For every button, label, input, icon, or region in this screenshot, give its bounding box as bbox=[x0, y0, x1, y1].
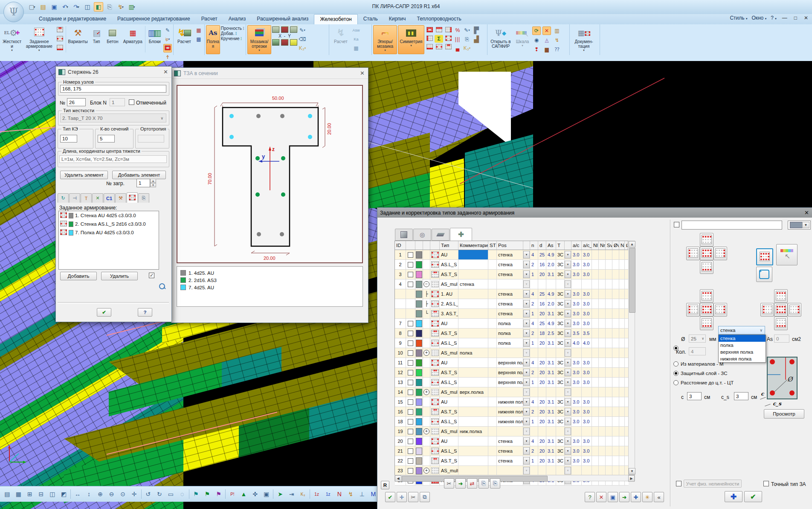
row-checkbox[interactable] bbox=[408, 390, 413, 395]
assigned-reinforcement-button[interactable]: Заданное армирование▾ bbox=[23, 25, 55, 54]
pos-dropdown-icon[interactable]: ▾ bbox=[523, 310, 530, 317]
t-dropdown-icon[interactable]: ▾ bbox=[565, 418, 571, 425]
types-dialog-close-icon[interactable]: ✕ bbox=[804, 209, 809, 216]
view-toolbar-icon[interactable]: ↻ bbox=[154, 489, 165, 500]
view-toolbar-icon[interactable]: 1z bbox=[322, 489, 334, 500]
reinforcement-list-item[interactable]: 7. Полка AU 4d25 с3.0/3.0 bbox=[59, 228, 159, 237]
blocks-button[interactable]: ▥▥ Блоки bbox=[147, 25, 162, 54]
view-toolbar-icon[interactable]: N bbox=[334, 489, 345, 500]
table-row[interactable]: 2AS.L_Sстенка▾2162.03С▾3.03.0 bbox=[395, 260, 629, 270]
position-option[interactable]: нижняя полка bbox=[719, 355, 766, 362]
save-button[interactable]: ▣ bbox=[608, 492, 618, 502]
beam-top-icon[interactable]: ▛ bbox=[472, 26, 481, 35]
view-toolbar-icon[interactable]: ⚑ bbox=[202, 489, 213, 500]
row-checkbox[interactable] bbox=[408, 448, 413, 454]
app-logo-icon[interactable]: Ψ bbox=[3, 2, 24, 22]
calc-grid-icon[interactable]: ▦ bbox=[194, 26, 203, 35]
hatch-icon[interactable]: ||| bbox=[453, 35, 462, 44]
t-dropdown-icon[interactable]: ▾ bbox=[565, 290, 571, 298]
orthotropy-input[interactable] bbox=[138, 135, 164, 143]
cell-pos[interactable]: стенка bbox=[497, 436, 523, 446]
table-header-cell[interactable] bbox=[565, 241, 571, 250]
table-row[interactable]: 3AS.T_Sстенка▾1203.13С▾3.03.0 bbox=[395, 270, 629, 279]
concrete-button[interactable]: Бетон bbox=[104, 25, 121, 54]
cell-pos[interactable]: нижняя полка bbox=[497, 397, 523, 407]
color-swatch[interactable] bbox=[416, 271, 422, 278]
cell-comment[interactable] bbox=[458, 319, 488, 328]
table-row[interactable]: 4−AS_mulстенка▾▾ bbox=[395, 279, 629, 289]
position-dropdown-list[interactable]: стенкаполкаверхняя полканижняя полка bbox=[718, 334, 766, 363]
load-number-spinner[interactable]: ▲ ▼ bbox=[150, 179, 156, 187]
table-row[interactable]: 15AUнижняя полка▾4203.13С▾3.03.0 bbox=[395, 397, 629, 407]
pos-dropdown-icon[interactable]: ▾ bbox=[523, 290, 530, 298]
rebar-select-icon[interactable] bbox=[163, 44, 172, 52]
cell-comment[interactable] bbox=[458, 456, 488, 465]
marked-checkbox[interactable] bbox=[129, 99, 134, 105]
cell-pos[interactable]: верхняя полка bbox=[497, 378, 523, 387]
add-doc-button[interactable]: ✚ bbox=[631, 492, 641, 502]
cell-comment[interactable] bbox=[458, 436, 488, 446]
tab-heat[interactable]: Теплопроводность bbox=[412, 14, 467, 24]
block-input[interactable]: 1 bbox=[110, 98, 125, 106]
pencil-add-icon[interactable]: ✎ bbox=[163, 26, 172, 35]
row-checkbox[interactable] bbox=[408, 282, 413, 287]
reinforcement-list-item[interactable]: 2. Стенка AS.L_S 2d16 с3.0/3.0 bbox=[59, 220, 159, 228]
section-dialog-close-icon[interactable]: ✕ bbox=[360, 70, 365, 76]
k3-icon[interactable]: K₃▾ bbox=[298, 44, 307, 52]
cell-pos[interactable]: нижняя полка bbox=[497, 407, 523, 416]
reinforcement-list-item[interactable]: 1. Стенка AU 4d25 с3.0/3.0 bbox=[59, 211, 159, 220]
variants-button[interactable]: ⚒ Варианты bbox=[67, 25, 89, 54]
color-swatch[interactable] bbox=[416, 398, 422, 406]
table-header-cell[interactable] bbox=[423, 241, 430, 250]
full-rebar-button[interactable]: As Полная bbox=[206, 25, 220, 54]
pos-dropdown-icon[interactable]: ▾ bbox=[523, 447, 530, 455]
tab-rotate-icon[interactable]: ↻ bbox=[58, 193, 69, 203]
asw-icon[interactable]: Asw bbox=[352, 26, 360, 35]
row-checkbox[interactable] bbox=[408, 340, 413, 346]
pattern-all-icon[interactable] bbox=[425, 26, 434, 34]
view-toolbar-icon[interactable]: ▦ bbox=[13, 489, 24, 500]
pos-dropdown-icon[interactable]: ▾ bbox=[523, 270, 530, 278]
pos-dropdown-icon[interactable]: ▾ bbox=[523, 457, 530, 465]
pos-dropdown-icon[interactable]: ▾ bbox=[523, 300, 530, 308]
view-toolbar-icon[interactable]: ▣ bbox=[261, 489, 272, 500]
cell-pos[interactable] bbox=[497, 279, 523, 289]
table-row[interactable]: 7AUполка▾4254.93С▾3.03.0 bbox=[395, 319, 629, 329]
pattern-sides-icon[interactable] bbox=[435, 44, 443, 51]
help-button[interactable]: ? bbox=[138, 308, 152, 317]
copy-button[interactable]: ⧉ bbox=[420, 492, 430, 502]
t-dropdown-icon[interactable]: ▾ bbox=[565, 428, 571, 435]
table-header-cell[interactable]: T bbox=[556, 241, 565, 250]
table-row[interactable]: 8AS.T_Sполка▾2182.53С▾3.53.5 bbox=[395, 329, 629, 338]
t-dropdown-icon[interactable]: ▾ bbox=[565, 369, 571, 376]
rebar-del-icon[interactable] bbox=[56, 44, 64, 52]
tab-steel[interactable]: Сталь bbox=[358, 14, 383, 24]
color-swatch[interactable] bbox=[416, 379, 422, 386]
view-toolbar-icon[interactable]: ▤ bbox=[2, 489, 13, 500]
table-header-cell[interactable]: Ø bbox=[625, 241, 628, 250]
row-checkbox[interactable] bbox=[408, 262, 413, 268]
cut-section-button[interactable]: ✂ bbox=[444, 478, 454, 489]
cell-comment[interactable]: ниж.полка bbox=[458, 427, 488, 436]
view-toolbar-icon[interactable]: ⊥ bbox=[357, 489, 368, 500]
r-button[interactable]: R bbox=[381, 481, 389, 489]
table-row[interactable]: 19+AS_mulниж.полка▾▾ bbox=[395, 427, 629, 436]
pattern-bottom-icon[interactable] bbox=[425, 44, 434, 51]
table-row[interactable]: 14+AS_mulверх.полка▾▾ bbox=[395, 387, 629, 397]
cell-pos[interactable]: верхняя полка bbox=[497, 368, 523, 377]
pos-dropdown-icon[interactable]: ▾ bbox=[523, 437, 530, 445]
table-row[interactable]: ├1. AUстенка▾4254.93С▾3.03.0 bbox=[395, 289, 629, 299]
tab-variants-icon[interactable]: ⚒ bbox=[115, 193, 126, 203]
help-menu[interactable]: ? ▾ bbox=[771, 15, 777, 21]
phys-nonlinearity-button[interactable]: Учет физ. нелинейности bbox=[684, 480, 742, 488]
cell-pos[interactable]: стенка bbox=[497, 456, 523, 465]
cell-pos[interactable] bbox=[497, 466, 523, 475]
diameter-combo[interactable]: 25∨ bbox=[689, 334, 706, 343]
select-all-rebar-button[interactable] bbox=[756, 248, 773, 265]
table-vscrollbar[interactable]: ▲ ▼ bbox=[628, 241, 635, 475]
scale-button[interactable]: ↖ Шкала▾ bbox=[513, 25, 531, 54]
cell-comment[interactable]: верх.полка bbox=[458, 387, 488, 397]
collapse-button[interactable]: « bbox=[654, 492, 664, 502]
tab-brick[interactable]: Кирпич bbox=[383, 14, 412, 24]
table-header-cell[interactable]: Sv bbox=[606, 241, 612, 250]
